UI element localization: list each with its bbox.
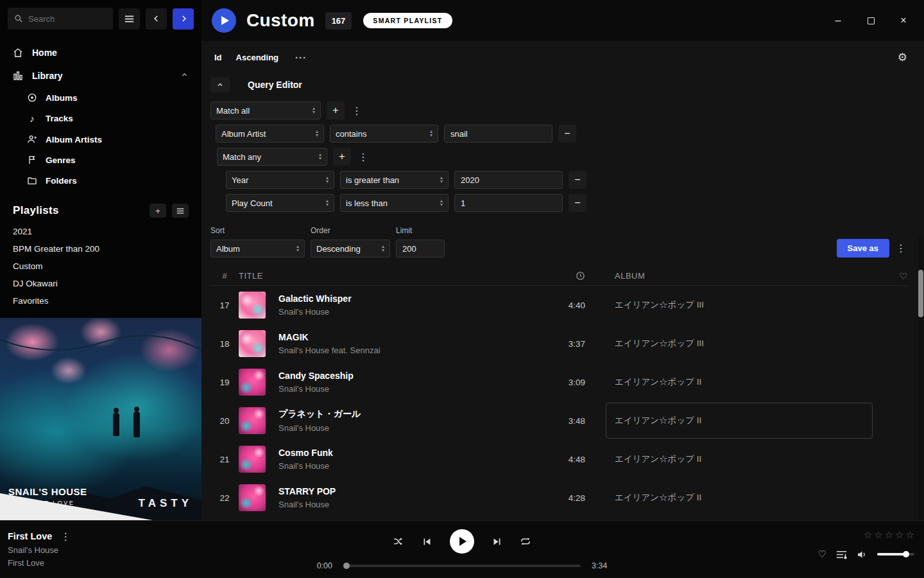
rule-operator-select[interactable]: is less than <box>340 194 449 212</box>
order-select[interactable]: Descending <box>311 240 390 258</box>
rule-field-select[interactable]: Album Artist <box>216 125 324 143</box>
rule-value-input[interactable] <box>454 171 563 189</box>
album-column-header[interactable]: ALBUM <box>608 271 884 281</box>
match-mode-select[interactable]: Match any <box>217 148 327 166</box>
remove-rule-button[interactable]: − <box>558 125 576 143</box>
track-title: Galactic Whisper <box>278 293 540 304</box>
play-pause-button[interactable] <box>450 529 474 554</box>
now-playing-artist: Snail's House <box>8 545 72 555</box>
search-input[interactable] <box>28 14 107 24</box>
playlist-item[interactable]: Favorites <box>0 292 201 310</box>
sidebar-item-label: Genres <box>46 155 76 165</box>
sidebar-item-genres[interactable]: Genres <box>0 150 201 170</box>
add-playlist-button[interactable]: + <box>150 204 166 218</box>
sidebar-item-tracks[interactable]: ♪ Tracks <box>0 108 201 129</box>
collapse-query-editor-button[interactable] <box>210 77 230 92</box>
menu-button[interactable] <box>119 8 140 30</box>
play-playlist-button[interactable] <box>212 8 236 33</box>
add-rule-button[interactable]: + <box>327 101 345 119</box>
sidebar-item-home[interactable]: Home <box>0 41 201 64</box>
favorite-button[interactable]: ♡ <box>818 548 826 560</box>
rule-value-input[interactable] <box>444 125 552 143</box>
playlist-item[interactable]: DJ Okawari <box>0 275 201 292</box>
sidebar-item-album-artists[interactable]: Album Artists <box>0 129 201 150</box>
chevron-up-icon[interactable] <box>180 71 189 81</box>
sidebar-item-library[interactable]: Library <box>0 64 201 87</box>
volume-button[interactable] <box>857 549 868 560</box>
playlist-item[interactable]: BPM Greater than 200 <box>0 240 201 258</box>
previous-track-button[interactable] <box>422 536 432 547</box>
more-options-icon[interactable]: ··· <box>295 52 307 63</box>
query-editor-header: Query Editor <box>210 77 907 92</box>
track-table: # TITLE ALBUM ♡ 17 Galactic Whisper Snai… <box>201 267 924 520</box>
repeat-button[interactable] <box>520 536 531 547</box>
rule-field-select[interactable]: Play Count <box>226 194 334 212</box>
rule-field-select[interactable]: Year <box>226 171 334 189</box>
star-icon[interactable]: ☆ <box>874 529 882 541</box>
close-button[interactable]: × <box>897 14 910 27</box>
table-row[interactable]: 21 Cosmo Funk Snail's House 4:48 エイリアン☆ポ… <box>210 440 907 478</box>
track-album: エイリアン☆ポップ II <box>615 453 884 465</box>
order-label: Order <box>311 226 390 235</box>
limit-input[interactable] <box>396 240 445 258</box>
remove-rule-button[interactable]: − <box>569 194 586 212</box>
rule-operator-select[interactable]: is greater than <box>340 171 449 189</box>
table-row[interactable]: 18 MAGIK Snail's House feat. Sennzai 3:3… <box>210 324 907 363</box>
rule-operator-select[interactable]: contains <box>330 125 438 143</box>
shuffle-button[interactable] <box>393 536 404 547</box>
favorite-column-header[interactable]: ♡ <box>899 271 907 281</box>
kebab-icon: ⋮ <box>60 530 71 543</box>
title-column-header[interactable]: TITLE <box>239 271 540 281</box>
search-box[interactable] <box>8 8 113 30</box>
select-arrows-icon <box>326 176 329 184</box>
query-rule-1: Album Artist contains − <box>216 125 907 143</box>
table-row[interactable]: 19 Candy Spaceship Snail's House 3:09 エイ… <box>210 363 907 401</box>
index-column-header[interactable]: # <box>210 271 239 281</box>
playlist-item[interactable]: 2021 <box>0 223 201 240</box>
maximize-button[interactable] <box>864 14 877 27</box>
track-duration: 3:09 <box>540 378 585 387</box>
seek-handle[interactable] <box>343 563 350 569</box>
star-icon[interactable]: ☆ <box>864 529 872 541</box>
playlist-list-button[interactable] <box>172 204 189 218</box>
sort-field-toggle[interactable]: Id <box>214 53 222 62</box>
volume-slider[interactable] <box>877 553 914 556</box>
remove-rule-button[interactable]: − <box>569 171 586 189</box>
duration-column-header[interactable] <box>576 271 585 281</box>
seek-slider[interactable] <box>343 565 581 567</box>
forward-button[interactable] <box>173 8 194 30</box>
volume-handle[interactable] <box>903 551 909 557</box>
rule-value-input[interactable] <box>454 194 563 212</box>
playlists-list: 2021 BPM Greater than 200 Custom DJ Okaw… <box>0 223 201 310</box>
album-art-thumbnail <box>239 484 266 511</box>
group-menu-button[interactable]: ⋮ <box>350 101 363 119</box>
back-button[interactable] <box>146 8 167 30</box>
sidebar-item-albums[interactable]: Albums <box>0 87 201 108</box>
track-album: エイリアン☆ポップ III <box>615 299 884 311</box>
save-as-button[interactable]: Save as <box>837 239 889 258</box>
track-menu-button[interactable]: ⋮ <box>59 530 72 542</box>
next-track-button[interactable] <box>492 536 502 547</box>
track-number: 20 <box>210 416 239 426</box>
star-icon[interactable]: ☆ <box>906 529 914 541</box>
star-icon[interactable]: ☆ <box>895 529 903 541</box>
star-icon[interactable]: ☆ <box>885 529 893 541</box>
match-mode-select[interactable]: Match all <box>210 101 321 119</box>
table-row[interactable]: 20 プラネット・ガール Snail's House 3:48 エイリアン☆ポッ… <box>210 401 907 440</box>
gear-icon[interactable]: ⚙ <box>898 51 907 64</box>
queue-button[interactable] <box>836 550 847 559</box>
track-artist: Snail's House <box>278 461 540 471</box>
sort-select[interactable]: Album <box>210 240 305 258</box>
playlist-item[interactable]: Custom <box>0 258 201 275</box>
minimize-button[interactable]: – <box>832 14 844 27</box>
group-menu-button[interactable]: ⋮ <box>357 148 370 166</box>
query-rule-3: Play Count is less than − <box>226 194 907 212</box>
sort-direction-toggle[interactable]: Ascending <box>236 53 278 62</box>
add-rule-button[interactable]: + <box>333 148 351 166</box>
table-row[interactable]: 22 STARRY POP Snail's House 4:28 エイリアン☆ポ… <box>210 478 907 517</box>
sidebar-item-folders[interactable]: Folders <box>0 170 201 191</box>
save-menu-button[interactable]: ⋮ <box>894 240 907 258</box>
scrollbar-thumb[interactable] <box>918 270 923 317</box>
sidebar-item-label: Home <box>32 48 57 58</box>
table-row[interactable]: 17 Galactic Whisper Snail's House 4:40 エ… <box>210 286 907 324</box>
